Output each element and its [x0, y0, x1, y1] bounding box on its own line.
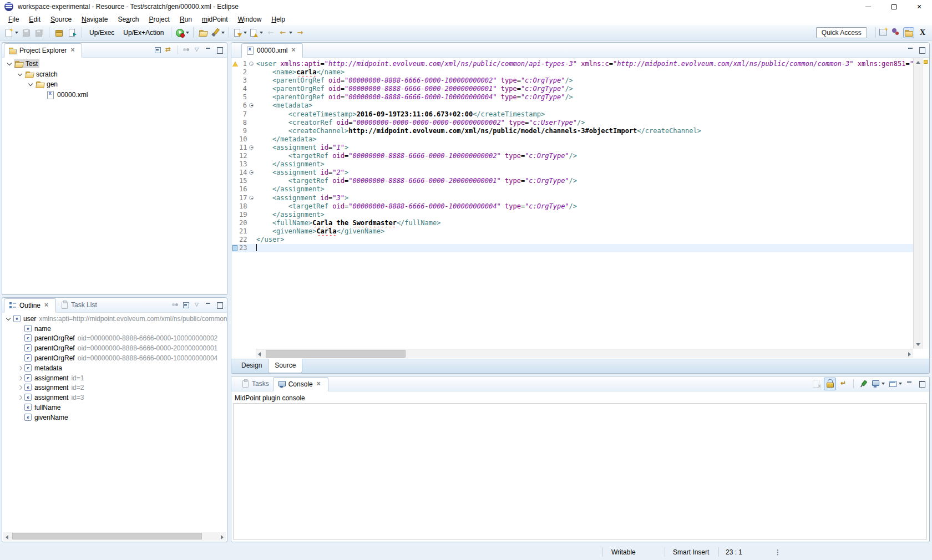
- editor-line-23[interactable]: 23: [232, 244, 913, 252]
- editor-line-5[interactable]: 5 <parentOrgRef oid="00000000-8888-6666-…: [232, 93, 913, 101]
- quick-access-box[interactable]: Quick Access: [816, 27, 867, 38]
- xml-perspective-button[interactable]: X: [918, 28, 928, 37]
- editor-horizontal-scrollbar[interactable]: [256, 349, 913, 358]
- outline-item-metadata[interactable]: metadata: [2, 363, 227, 373]
- java-perspective-button[interactable]: [891, 27, 900, 38]
- editor-line-14[interactable]: 14 <assignment id="2">: [232, 169, 913, 177]
- tree-item-00000-xml[interactable]: 00000.xml: [2, 90, 227, 100]
- minimize-view-icon[interactable]: [204, 301, 213, 309]
- open-folder-button[interactable]: [196, 26, 210, 39]
- fold-collapse-icon[interactable]: [249, 62, 254, 66]
- overview-ruler[interactable]: [922, 58, 929, 349]
- outline-horizontal-scrollbar[interactable]: [3, 532, 226, 541]
- download-file-button[interactable]: [232, 26, 248, 39]
- expand-chevron-icon[interactable]: [16, 394, 24, 401]
- editor-line-2[interactable]: 2 <name>carla</name>: [232, 68, 913, 77]
- run-button[interactable]: [174, 26, 190, 39]
- tree-item-gen[interactable]: gen: [2, 79, 227, 90]
- expand-chevron-icon[interactable]: [6, 60, 14, 68]
- minimize-view-icon[interactable]: [905, 379, 914, 388]
- menu-midpoint[interactable]: midPoint: [197, 14, 233, 24]
- scroll-lock-toggle[interactable]: [824, 378, 836, 390]
- scrollbar-thumb[interactable]: [266, 350, 406, 358]
- new-wizard-button[interactable]: [3, 26, 19, 39]
- focus-on-task-icon[interactable]: [182, 45, 191, 54]
- close-icon[interactable]: [69, 46, 78, 55]
- editor-line-7[interactable]: 7 <createTimestamp>2016-09-19T23:11:06.6…: [232, 110, 913, 119]
- menu-source[interactable]: Source: [45, 14, 77, 24]
- tree-item-scratch[interactable]: scratch: [2, 69, 227, 80]
- tab-task-list[interactable]: Task List: [56, 298, 101, 312]
- outline-item-assignment[interactable]: assignmentid=1: [2, 373, 227, 383]
- outline-item-fullname[interactable]: fullName: [2, 403, 227, 413]
- scrollbar-thumb[interactable]: [12, 533, 202, 539]
- outline-item-assignment[interactable]: assignmentid=3: [2, 393, 227, 403]
- maximize-editor-icon[interactable]: [918, 45, 926, 54]
- editor-line-8[interactable]: 8 <creatorRef oid="00000000-0000-0000-00…: [232, 119, 913, 127]
- maximize-view-icon[interactable]: [918, 379, 926, 388]
- forward-button[interactable]: [293, 26, 307, 39]
- fold-collapse-icon[interactable]: [249, 170, 254, 175]
- console-text-area[interactable]: [233, 403, 927, 539]
- tab-tasks[interactable]: Tasks: [237, 376, 273, 391]
- word-wrap-icon[interactable]: [839, 379, 848, 388]
- maximize-view-icon[interactable]: [215, 301, 224, 309]
- collapse-all-icon[interactable]: [182, 301, 191, 309]
- editor-line-18[interactable]: 18 <targetRef oid="00000000-8888-6666-00…: [232, 202, 913, 211]
- tab-editor-00000-xml[interactable]: 00000.xml: [241, 43, 303, 58]
- collapse-all-icon[interactable]: [154, 45, 163, 54]
- back-history-button[interactable]: [277, 26, 293, 39]
- outline-item-user[interactable]: userxmlns:apti=http://midpoint.evolveum.…: [2, 314, 227, 324]
- editor-line-21[interactable]: 21 <givenName>Carla</givenName>: [232, 227, 913, 236]
- save-button[interactable]: [19, 26, 33, 39]
- up-ex-action-button[interactable]: Up/Ex+Action: [119, 26, 168, 39]
- tab-outline[interactable]: Outline: [4, 298, 56, 313]
- tree-item-test[interactable]: Test: [2, 59, 227, 69]
- open-console-button[interactable]: [888, 379, 902, 388]
- editor-line-10[interactable]: 10 </metadata>: [232, 135, 913, 144]
- resource-perspective-button[interactable]: [903, 27, 914, 38]
- save-all-button[interactable]: [33, 26, 46, 39]
- editor-vertical-scrollbar[interactable]: [913, 58, 922, 349]
- menu-file[interactable]: File: [3, 14, 24, 24]
- close-icon[interactable]: [315, 380, 324, 389]
- clear-console-icon[interactable]: [812, 379, 820, 388]
- expand-chevron-icon[interactable]: [16, 364, 24, 372]
- menu-edit[interactable]: Edit: [24, 14, 45, 24]
- window-maximize-button[interactable]: [881, 0, 906, 13]
- editor-line-17[interactable]: 17 <assignment id="3">: [232, 194, 913, 202]
- outline-item-parentorgref[interactable]: parentOrgRefoid=00000000-8888-6666-0000-…: [2, 353, 227, 363]
- menu-help[interactable]: Help: [266, 14, 290, 24]
- fold-collapse-icon[interactable]: [249, 196, 254, 200]
- midpoint-upload-file-button[interactable]: [65, 26, 79, 39]
- close-icon[interactable]: [290, 46, 298, 55]
- expand-chevron-icon[interactable]: [27, 80, 35, 88]
- editor-line-1[interactable]: 1<user xmlns:apti="http://midpoint.evolv…: [232, 60, 913, 68]
- editor-line-16[interactable]: 16 </assignment>: [232, 185, 913, 194]
- view-menu-icon[interactable]: [193, 45, 202, 54]
- menu-window[interactable]: Window: [233, 14, 267, 24]
- back-button[interactable]: [264, 26, 277, 39]
- fold-collapse-icon[interactable]: [249, 103, 254, 108]
- editor-line-19[interactable]: 19 </assignment>: [232, 211, 913, 219]
- view-menu-icon[interactable]: [193, 301, 202, 309]
- warning-icon[interactable]: [232, 62, 238, 67]
- minimize-view-icon[interactable]: [204, 45, 213, 54]
- tab-console[interactable]: Console: [273, 377, 328, 391]
- editor-text-area[interactable]: 1<user xmlns:apti="http://midpoint.evolv…: [232, 58, 913, 349]
- midpoint-upload-button[interactable]: [52, 26, 65, 39]
- editor-line-6[interactable]: 6 <metadata>: [232, 101, 913, 110]
- outline-item-parentorgref[interactable]: parentOrgRefoid=00000000-8888-6666-0000-…: [2, 334, 227, 344]
- paintbrush-button[interactable]: [210, 26, 226, 39]
- expand-chevron-icon[interactable]: [4, 315, 13, 323]
- maximize-view-icon[interactable]: [215, 45, 224, 54]
- menu-project[interactable]: Project: [144, 14, 175, 24]
- status-overflow-indicator[interactable]: ⋮: [774, 548, 781, 556]
- expand-chevron-icon[interactable]: [16, 374, 24, 382]
- window-close-button[interactable]: ×: [906, 0, 932, 13]
- display-selected-console-button[interactable]: [871, 379, 885, 388]
- editor-line-15[interactable]: 15 <targetRef oid="00000000-8888-6666-00…: [232, 177, 913, 185]
- focus-on-task-icon[interactable]: [171, 301, 180, 309]
- link-with-editor-icon[interactable]: [165, 45, 174, 54]
- menu-search[interactable]: Search: [113, 14, 144, 24]
